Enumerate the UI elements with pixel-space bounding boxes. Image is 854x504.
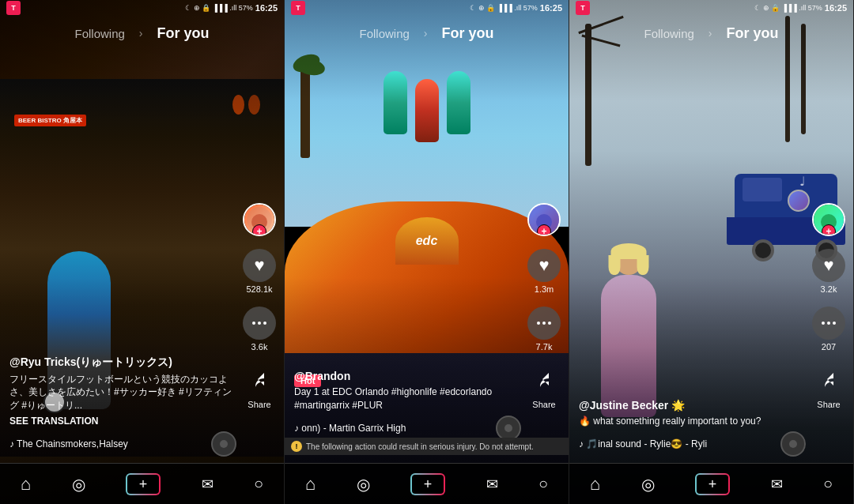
bottom-info-3: @Justine Becker 🌟 🔥 what something reall… [579,399,806,457]
for-you-tab-2[interactable]: For you [437,22,499,45]
comment-count-2: 7.7k [536,342,553,352]
share-icon-3[interactable] [812,364,845,397]
like-count-3: 3.2k [821,284,837,294]
discover-icon-3: ◎ [641,475,655,494]
avatar-action-1[interactable]: + [243,203,276,236]
like-icon-1[interactable]: ♥ [243,249,276,282]
nav-inbox-3[interactable]: ✉ [771,476,783,493]
nav-profile-3[interactable]: ○ [823,475,833,493]
nav-add-3[interactable]: + [695,473,730,495]
follow-plus-1[interactable]: + [252,224,266,236]
username-2[interactable]: @Brandon [294,370,521,382]
inbox-icon-3: ✉ [771,476,783,493]
share-btn-2[interactable]: Share [527,364,561,409]
share-label-1: Share [248,400,270,409]
avatar-action-3[interactable]: + [812,203,845,236]
nav-discover-3[interactable]: ◎ [641,475,655,494]
like-icon-2[interactable]: ♥ [527,249,561,282]
username-3[interactable]: @Justine Becker 🌟 [579,399,806,412]
comment-btn-3[interactable]: 207 [812,307,845,352]
like-count-2: 1.3m [535,284,554,294]
top-nav-1: Following › For you [0,16,284,51]
following-tab-2[interactable]: Following [354,24,414,43]
share-svg-1 [248,370,270,392]
profile-icon-3: ○ [823,475,833,493]
bottom-nav-2: ⌂ ◎ + ✉ ○ [285,463,569,504]
like-btn-3[interactable]: ♥ 3.2k [812,249,845,294]
discover-icon-1: ◎ [72,475,85,494]
warning-bar-2: ! The following action could result in s… [285,438,569,455]
music-disc-1 [211,431,236,457]
nav-home-2[interactable]: ⌂ [305,474,316,495]
share-btn-3[interactable]: Share [812,364,845,409]
avatar-action-2[interactable]: + [527,203,561,236]
add-button-3[interactable]: + [695,473,730,495]
nav-inbox-2[interactable]: ✉ [486,476,498,493]
add-icon-3: + [709,477,717,491]
dot-1a [252,322,255,325]
performer-3 [447,71,470,134]
nav-profile-2[interactable]: ○ [538,475,548,493]
caption-3: 🔥 what something really important to you… [579,415,806,428]
share-btn-1[interactable]: Share [243,364,276,409]
add-icon-1: + [139,477,148,491]
status-left-2: T [291,1,305,15]
caption-1: フリースタイルフットボールという競技のカッコよさ、美しさを広めたい！#サッカー好… [9,373,236,412]
nav-add-1[interactable]: + [126,473,161,495]
username-1[interactable]: @Ryu Tricks(りゅートリックス) [9,355,236,370]
performers-row [384,71,470,142]
status-time-3: 16:25 [825,3,847,13]
dot-2a [537,322,540,325]
dot-3a [822,322,825,325]
comment-icon-3[interactable] [812,307,845,340]
avatar-1[interactable]: + [243,203,276,236]
follow-plus-3[interactable]: + [822,224,836,236]
dots-2 [537,322,551,325]
hair-left [609,255,621,275]
nav-profile-1[interactable]: ○ [254,475,263,493]
add-button-1[interactable]: + [126,473,161,495]
for-you-tab-3[interactable]: For you [722,22,784,45]
dots-3 [822,322,836,325]
disc-center-2 [504,424,512,432]
for-you-tab-1[interactable]: For you [153,22,214,45]
add-button-2[interactable]: + [410,473,445,495]
status-icons-2: ☾ ⊕ 🔒 ▐▐▐ .ıll 57% [470,4,538,12]
like-count-1: 528.1k [246,284,272,294]
share-icon-1[interactable] [243,364,276,397]
nav-inbox-1[interactable]: ✉ [202,476,214,493]
dot-3c [833,322,836,325]
share-icon-2[interactable] [527,364,561,397]
home-icon-1: ⌂ [21,474,31,495]
status-icons-3: ☾ ⊕ 🔒 ▐▐▐ .ıll 57% [754,4,822,12]
follow-plus-2[interactable]: + [537,224,551,236]
see-translation-1[interactable]: SEE TRANSLATION [9,416,236,427]
comment-btn-2[interactable]: 7.7k [527,307,561,352]
following-tab-3[interactable]: Following [639,24,698,43]
like-btn-2[interactable]: ♥ 1.3m [527,249,561,294]
profile-icon-1: ○ [254,475,263,493]
comment-icon-2[interactable] [527,307,561,340]
inbox-icon-2: ✉ [486,476,498,493]
share-svg-2 [533,370,555,392]
like-btn-1[interactable]: ♥ 528.1k [243,249,276,294]
top-nav-2: Following › For you [285,16,569,51]
comment-icon-1[interactable] [243,307,276,340]
status-left-3: T [576,1,590,15]
avatar-2[interactable]: + [527,203,561,236]
nav-discover-2[interactable]: ◎ [357,475,370,494]
nav-discover-1[interactable]: ◎ [72,475,85,494]
like-icon-3[interactable]: ♥ [812,249,845,282]
avatar-3[interactable]: + [812,203,845,236]
comment-btn-1[interactable]: 3.6k [243,307,276,352]
heart-icon-3: ♥ [823,255,833,276]
home-icon-3: ⌂ [590,474,600,495]
nav-home-1[interactable]: ⌂ [21,474,31,495]
following-tab-1[interactable]: Following [70,24,129,43]
disc-center-3 [789,440,797,448]
phone-panel-1: BEER BISTRO 角屋本 T ☾ ⊕ 🔒 ▐▐▐ .ıll 57% 16:… [0,0,285,504]
nav-add-2[interactable]: + [410,473,445,495]
nav-home-3[interactable]: ⌂ [590,474,600,495]
status-bar-2: T ☾ ⊕ 🔒 ▐▐▐ .ıll 57% 16:25 [285,0,569,16]
heart-icon-2: ♥ [538,255,549,276]
